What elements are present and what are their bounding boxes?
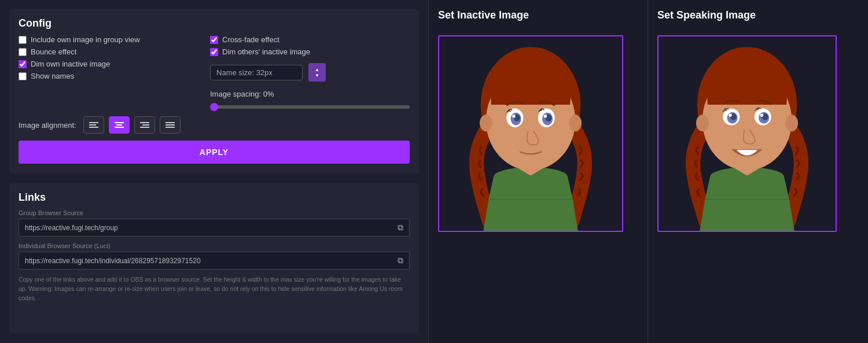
inactive-image-panel: Set Inactive Image: [428, 0, 648, 343]
dim-others-inactive-label: Dim others' inactive image: [222, 47, 310, 56]
group-source-row: ⧉: [19, 219, 410, 237]
show-names-label: Show names: [31, 72, 74, 80]
image-spacing-section: Image spacing: 0%: [210, 90, 410, 110]
dim-own-inactive-label: Dim own inactive image: [31, 60, 110, 68]
individual-source-group: Individual Browser Source (Luci) ⧉: [19, 242, 410, 270]
dim-others-inactive-row[interactable]: Dim others' inactive image: [210, 47, 410, 56]
inactive-image-title: Set Inactive Image: [438, 9, 529, 21]
align-right-button[interactable]: [134, 116, 155, 134]
individual-source-label: Individual Browser Source (Luci): [19, 242, 410, 249]
alignment-section: Image alignment:: [19, 116, 410, 134]
svg-point-24: [729, 113, 731, 116]
group-source-input[interactable]: [19, 220, 392, 236]
group-source-group: Group Browser Source ⧉: [19, 209, 410, 237]
bounce-effect-label: Bounce effect: [31, 47, 76, 56]
individual-source-copy-button[interactable]: ⧉: [392, 252, 409, 269]
config-title: Config: [19, 17, 410, 29]
speaking-image-frame[interactable]: [657, 35, 837, 232]
show-names-row[interactable]: Show names: [19, 72, 193, 80]
group-source-label: Group Browser Source: [19, 209, 410, 216]
links-note: Copy one of the links above and add it t…: [19, 275, 410, 303]
bounce-effect-checkbox[interactable]: [19, 48, 27, 56]
right-checkboxes: Cross-fade effect Dim others' inactive i…: [210, 35, 410, 116]
individual-source-row: ⧉: [19, 252, 410, 270]
up-arrow-icon: ▲: [315, 67, 319, 72]
align-left-icon: [89, 122, 98, 128]
links-title: Links: [19, 191, 410, 204]
include-own-image-checkbox[interactable]: [19, 36, 27, 44]
align-justify-button[interactable]: [160, 116, 181, 134]
cross-fade-effect-checkbox[interactable]: [210, 36, 218, 44]
svg-point-11: [512, 115, 515, 117]
svg-point-4: [569, 115, 582, 131]
config-section: Config Include own image in group view B…: [9, 9, 419, 174]
align-right-icon: [140, 122, 149, 128]
bounce-effect-row[interactable]: Bounce effect: [19, 47, 193, 56]
speaking-image-title: Set Speaking Image: [657, 9, 756, 21]
svg-point-12: [544, 115, 547, 117]
image-spacing-slider[interactable]: [210, 105, 410, 109]
group-source-copy-button[interactable]: ⧉: [392, 219, 409, 236]
align-center-button[interactable]: [109, 116, 130, 134]
align-left-button[interactable]: [83, 116, 104, 134]
links-section: Links Group Browser Source ⧉ Individual …: [9, 183, 419, 334]
inactive-avatar-svg: [439, 36, 622, 231]
name-size-spinner[interactable]: ▲ ▼: [308, 63, 326, 82]
name-size-row: ▲ ▼: [210, 63, 410, 82]
include-own-image-row[interactable]: Include own image in group view: [19, 35, 193, 44]
image-spacing-label: Image spacing: 0%: [210, 90, 410, 98]
dim-others-inactive-checkbox[interactable]: [210, 48, 218, 56]
name-size-input[interactable]: [210, 65, 303, 80]
left-checkboxes: Include own image in group view Bounce e…: [19, 35, 193, 116]
svg-point-25: [760, 113, 763, 116]
alignment-label: Image alignment:: [19, 121, 76, 130]
inactive-image-frame[interactable]: [438, 35, 623, 232]
align-justify-icon: [165, 122, 175, 128]
apply-button[interactable]: APPLY: [19, 141, 410, 164]
individual-source-input[interactable]: [19, 253, 392, 269]
down-arrow-icon: ▼: [315, 73, 319, 78]
dim-own-inactive-row[interactable]: Dim own inactive image: [19, 60, 193, 68]
show-names-checkbox[interactable]: [19, 72, 27, 80]
align-center-icon: [115, 122, 124, 128]
speaking-avatar-svg: [659, 36, 836, 231]
svg-point-17: [785, 115, 798, 131]
cross-fade-effect-label: Cross-fade effect: [222, 35, 279, 44]
left-panel: Config Include own image in group view B…: [0, 0, 428, 343]
svg-point-16: [696, 115, 709, 131]
svg-point-3: [480, 115, 492, 131]
cross-fade-effect-row[interactable]: Cross-fade effect: [210, 35, 410, 44]
speaking-image-panel: Set Speaking Image: [648, 0, 868, 343]
dim-own-inactive-checkbox[interactable]: [19, 60, 27, 68]
include-own-image-label: Include own image in group view: [31, 35, 140, 44]
